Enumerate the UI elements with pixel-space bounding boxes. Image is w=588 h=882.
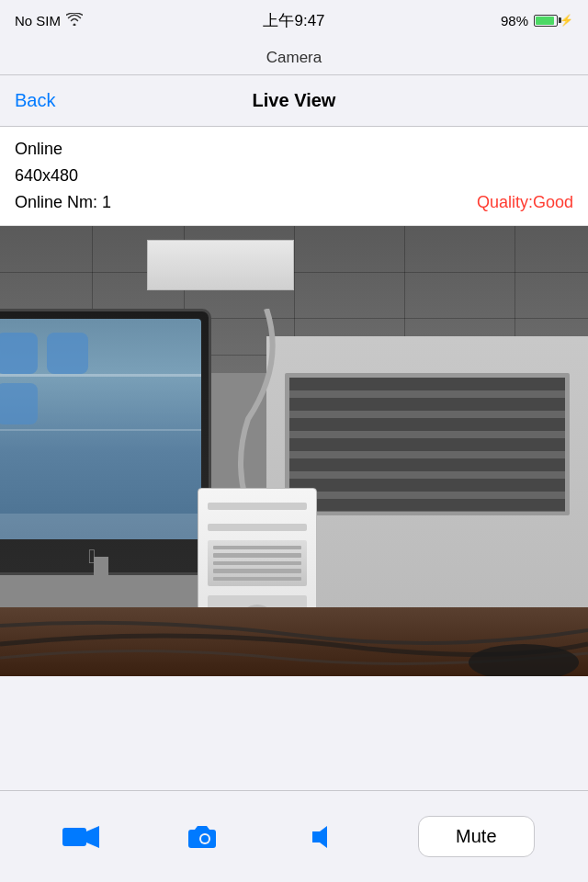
- audio-mute-icon: [311, 822, 338, 852]
- info-section: Online 640x480 Online Nm: 1 Quality:Good: [0, 127, 588, 226]
- status-right: 98% ⚡: [501, 13, 573, 28]
- battery-icon: ⚡: [534, 14, 573, 27]
- resolution-row: 640x480: [15, 166, 573, 186]
- carrier-label: No SIM: [15, 13, 61, 28]
- svg-marker-2: [86, 826, 99, 848]
- battery-percent: 98%: [501, 13, 528, 28]
- wifi-icon: [66, 13, 83, 28]
- audio-button[interactable]: [301, 813, 347, 861]
- nav-bar: Back Live View: [0, 75, 588, 127]
- light-fixture: [147, 240, 294, 290]
- status-time: 上午9:47: [263, 10, 324, 31]
- mute-button[interactable]: Mute: [418, 816, 534, 857]
- left-monitor: : [0, 309, 230, 612]
- video-record-icon: [62, 822, 99, 852]
- charging-bolt-icon: ⚡: [560, 14, 573, 27]
- back-button[interactable]: Back: [15, 90, 55, 111]
- camera-snapshot-icon: [188, 822, 221, 852]
- camera-title-bar: Camera: [0, 40, 588, 75]
- video-record-button[interactable]: [53, 813, 108, 861]
- status-bar: No SIM 上午9:47 98% ⚡: [0, 0, 588, 40]
- online-quality-row: Online Nm: 1 Quality:Good: [15, 193, 573, 212]
- status-left: No SIM: [15, 13, 83, 28]
- bottom-toolbar: Mute: [0, 790, 588, 882]
- svg-marker-5: [312, 826, 327, 848]
- svg-point-4: [201, 835, 209, 842]
- online-nm-label: Online Nm: 1: [15, 193, 111, 212]
- camera-feed-inner: : [0, 226, 588, 676]
- camera-snapshot-button[interactable]: [179, 813, 231, 861]
- svg-rect-1: [62, 828, 86, 846]
- camera-title: Camera: [266, 49, 322, 67]
- page-title: Live View: [253, 90, 336, 111]
- status-row: Online: [15, 140, 573, 159]
- floor-area: [0, 607, 588, 676]
- quality-label: Quality:Good: [477, 193, 573, 212]
- floor-cables-svg: [0, 607, 588, 676]
- camera-feed: : [0, 226, 588, 676]
